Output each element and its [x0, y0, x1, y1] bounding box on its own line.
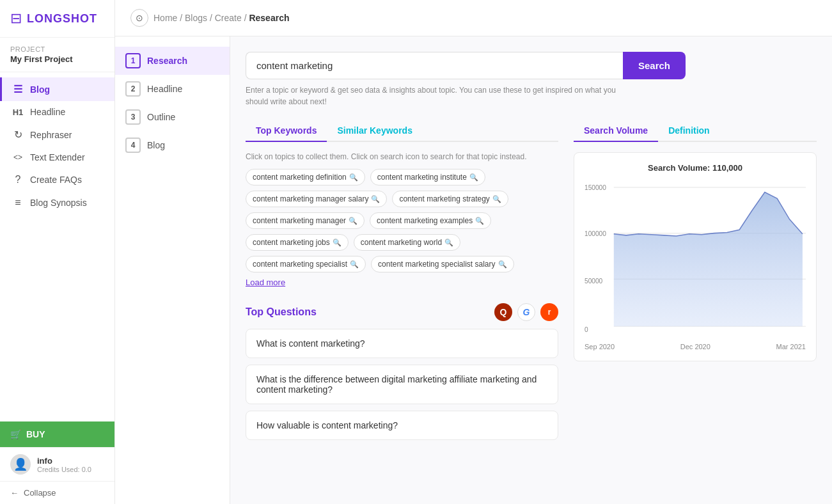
chart-label-sep2020: Sep 2020: [585, 343, 615, 350]
sidebar-item-text-extender[interactable]: <> Text Extender: [0, 146, 114, 168]
sidebar-item-headline-label: Headline: [30, 107, 65, 117]
breadcrumb-sep1: /: [180, 13, 185, 23]
logo-long: LONG: [27, 12, 63, 25]
keyword-chip[interactable]: content marketing examples🔍: [370, 212, 491, 229]
collapse-button[interactable]: ← Collapse: [0, 481, 114, 504]
keyword-chip[interactable]: content marketing strategy🔍: [392, 191, 508, 207]
step-headline[interactable]: 2 Headline: [115, 75, 230, 103]
step-blog-label: Blog: [147, 140, 165, 150]
keyword-chip[interactable]: content marketing specialist salary🔍: [371, 256, 514, 272]
keywords-list: content marketing definition🔍 content ma…: [246, 169, 558, 272]
sidebar-item-text-extender-label: Text Extender: [30, 152, 85, 162]
svg-text:100000: 100000: [585, 230, 606, 237]
search-input[interactable]: [246, 52, 623, 79]
keyword-chip[interactable]: content marketing specialist🔍: [246, 256, 366, 272]
keyword-search-icon[interactable]: 🔍: [371, 195, 380, 203]
breadcrumb-create[interactable]: Create: [215, 13, 242, 23]
chart-label-mar2021: Mar 2021: [776, 343, 806, 350]
user-credits: Credits Used: 0.0: [37, 466, 91, 473]
sidebar-item-blog[interactable]: ☰ Blog: [0, 77, 114, 101]
user-info: info Credits Used: 0.0: [37, 456, 91, 473]
svg-text:0: 0: [585, 326, 588, 333]
question-card[interactable]: How valuable is content marketing?: [246, 411, 558, 440]
quora-icon[interactable]: Q: [494, 303, 512, 321]
svg-text:150000: 150000: [585, 184, 606, 191]
keyword-search-icon[interactable]: 🔍: [350, 260, 359, 269]
step-research-label: Research: [147, 56, 187, 66]
keyword-chip[interactable]: content marketing definition🔍: [246, 169, 365, 185]
sidebar-item-rephraser-label: Rephraser: [30, 130, 72, 140]
cart-icon: 🛒: [10, 429, 21, 439]
search-button[interactable]: Search: [623, 52, 686, 79]
tab-search-volume[interactable]: Search Volume: [574, 120, 658, 142]
keyword-search-icon[interactable]: 🔍: [492, 195, 501, 203]
tab-top-keywords[interactable]: Top Keywords: [246, 120, 327, 142]
keyword-search-icon[interactable]: 🔍: [475, 217, 484, 225]
step-research[interactable]: 1 Research: [115, 47, 230, 75]
create-faqs-icon: ?: [12, 174, 24, 185]
step-blog[interactable]: 4 Blog: [115, 131, 230, 159]
breadcrumb-sep2: /: [210, 13, 215, 23]
chart-area: Search Volume: 110,000 150000 100000 500…: [574, 152, 817, 361]
step-outline-label: Outline: [147, 112, 175, 122]
breadcrumb-bar: ⊙ Home / Blogs / Create / Research: [115, 0, 832, 36]
questions-title: Top Questions: [246, 306, 317, 318]
keyword-chip[interactable]: content marketing manager salary🔍: [246, 191, 387, 207]
logo: ⊟ LONGSHOT: [0, 0, 114, 38]
sidebar: ⊟ LONGSHOT Project My First Project ☰ Bl…: [0, 0, 115, 504]
right-tab-bar: Search Volume Definition: [574, 120, 817, 142]
breadcrumb-blogs[interactable]: Blogs: [185, 13, 207, 23]
keywords-tab-bar: Top Keywords Similar Keywords: [246, 120, 558, 142]
google-icon[interactable]: G: [517, 303, 535, 321]
question-card[interactable]: What is the difference between digital m…: [246, 365, 558, 404]
sidebar-item-create-faqs[interactable]: ? Create FAQs: [0, 168, 114, 191]
keyword-chip[interactable]: content marketing manager🔍: [246, 212, 365, 229]
keyword-chip[interactable]: content marketing jobs🔍: [246, 234, 349, 251]
avatar: 👤: [10, 454, 31, 475]
reddit-icon[interactable]: r: [540, 303, 558, 321]
step-num-1: 1: [125, 53, 141, 68]
tab-similar-keywords[interactable]: Similar Keywords: [327, 120, 423, 142]
load-more-button[interactable]: Load more: [246, 278, 285, 287]
keyword-search-icon[interactable]: 🔍: [469, 173, 478, 182]
search-bar: Search: [246, 52, 817, 79]
search-volume-chart: 150000 100000 50000 0: [585, 180, 806, 340]
sidebar-item-headline[interactable]: H1 Headline: [0, 101, 114, 123]
questions-header: Top Questions Q G r: [246, 303, 558, 321]
headline-icon: H1: [12, 107, 24, 117]
svg-text:50000: 50000: [585, 277, 602, 285]
right-column: Search Volume Definition Search Volume: …: [574, 120, 817, 446]
sidebar-item-blog-synopsis[interactable]: ≡ Blog Synopsis: [0, 191, 114, 214]
breadcrumb-home[interactable]: Home: [153, 13, 177, 23]
search-hint: Enter a topic or keyword & get seo data …: [246, 84, 623, 107]
user-name: info: [37, 456, 91, 466]
step-outline[interactable]: 3 Outline: [115, 103, 230, 131]
collapse-label: Collapse: [24, 488, 56, 498]
keyword-search-icon[interactable]: 🔍: [444, 239, 453, 247]
step-num-2: 2: [125, 81, 141, 97]
keyword-search-icon[interactable]: 🔍: [333, 239, 341, 247]
logo-text: LONGSHOT: [27, 12, 97, 26]
questions-icons: Q G r: [494, 303, 558, 321]
step-num-4: 4: [125, 138, 141, 153]
sidebar-item-rephraser[interactable]: ↻ Rephraser: [0, 123, 114, 146]
chart-title: Search Volume: 110,000: [585, 163, 806, 173]
text-extender-icon: <>: [12, 153, 24, 162]
breadcrumb-current: Research: [249, 13, 289, 23]
tab-definition[interactable]: Definition: [658, 120, 720, 142]
keyword-search-icon[interactable]: 🔍: [498, 260, 507, 269]
back-button[interactable]: ⊙: [130, 9, 148, 27]
keyword-chip[interactable]: content marketing world🔍: [354, 234, 460, 251]
blog-synopsis-icon: ≡: [12, 197, 24, 209]
left-column: Top Keywords Similar Keywords Click on t…: [246, 120, 558, 446]
sidebar-item-blog-synopsis-label: Blog Synopsis: [30, 198, 87, 208]
buy-button[interactable]: 🛒 BUY: [0, 421, 114, 447]
logo-shot: SHOT: [63, 12, 97, 25]
question-card[interactable]: What is content marketing?: [246, 329, 558, 358]
keyword-chip[interactable]: content marketing institute🔍: [370, 169, 485, 185]
logo-icon: ⊟: [10, 10, 22, 27]
keyword-search-icon[interactable]: 🔍: [349, 217, 357, 225]
content-area: 1 Research 2 Headline 3 Outline 4 Blog S…: [115, 36, 832, 504]
sidebar-nav: ☰ Blog H1 Headline ↻ Rephraser <> Text E…: [0, 72, 114, 421]
keyword-search-icon[interactable]: 🔍: [349, 173, 358, 182]
